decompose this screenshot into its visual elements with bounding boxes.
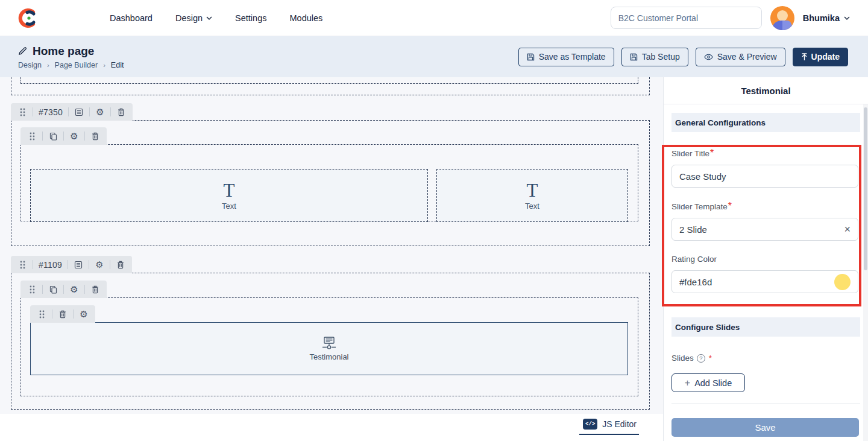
drag-handle-icon[interactable] [27, 132, 37, 141]
general-configurations-header: General Configurations [671, 113, 860, 132]
slider-title-label: Slider Title [671, 149, 709, 158]
required-asterisk: * [710, 148, 714, 158]
configure-slides-header: Configure Slides [671, 317, 860, 337]
nav-modules[interactable]: Modules [289, 13, 322, 23]
clear-icon[interactable]: × [844, 224, 851, 235]
general-configurations-label: General Configurations [675, 118, 766, 127]
add-slide-button[interactable]: + Add Slide [671, 373, 745, 392]
slides-field-label: Slides ? * [671, 354, 860, 363]
top-navbar: Dashboard Design Settings Modules B2C Cu… [0, 0, 868, 36]
code-icon: </> [583, 419, 597, 430]
section-toolbar-1109: #1109 ⚙ [11, 256, 132, 273]
gear-icon[interactable]: ⚙ [95, 107, 105, 117]
partial-section-inner-row [20, 77, 638, 84]
testimonial-icon [321, 337, 337, 350]
save-section-icon[interactable] [74, 260, 83, 270]
breadcrumb-separator: › [103, 62, 105, 69]
configure-slides-label: Configure Slides [675, 323, 740, 332]
upload-icon [801, 53, 808, 61]
save-as-template-button[interactable]: Save as Template [518, 48, 614, 66]
builder-row[interactable]: ⚙ Testimonial [20, 297, 638, 396]
testimonial-widget-label: Testimonial [309, 352, 348, 361]
trash-icon[interactable] [90, 285, 100, 294]
text-widget-icon: T [527, 181, 538, 200]
floppy-icon [630, 53, 638, 61]
sidebar-scrollbar-thumb[interactable] [864, 107, 867, 270]
portal-select-value: B2C Customer Portal [618, 13, 698, 23]
breadcrumb-edit: Edit [111, 61, 124, 69]
save-button[interactable]: Save [671, 418, 859, 437]
gear-icon[interactable]: ⚙ [79, 309, 89, 319]
avatar-body [773, 21, 792, 30]
trash-icon[interactable] [116, 260, 125, 270]
bottom-strip: </> JS Editor [0, 414, 663, 441]
section-1109[interactable]: ⚙ ⚙ [11, 273, 650, 410]
help-icon[interactable]: ? [697, 354, 705, 363]
nav-settings[interactable]: Settings [235, 13, 266, 23]
trash-icon[interactable] [116, 107, 126, 117]
row-toolbar: ⚙ [20, 127, 107, 145]
update-label: Update [811, 52, 840, 62]
pencil-icon[interactable] [18, 46, 27, 56]
text-widget[interactable]: T Text [30, 169, 428, 222]
js-editor-label: JS Editor [602, 419, 637, 429]
eye-icon [704, 54, 713, 60]
drag-handle-icon[interactable] [17, 107, 27, 117]
brand-c-icon [18, 8, 39, 28]
required-asterisk: * [728, 201, 732, 211]
text-widget-label: Text [525, 201, 539, 211]
rating-color-input[interactable]: #fde16d [671, 270, 858, 293]
slides-label-text: Slides [671, 354, 694, 363]
gear-icon[interactable]: ⚙ [95, 260, 104, 270]
save-section-icon[interactable] [74, 107, 84, 117]
text-widget[interactable]: T Text [436, 169, 628, 222]
partial-section-block [11, 77, 650, 95]
topnav-right: B2C Customer Portal Bhumika [611, 6, 868, 30]
breadcrumb-page-builder[interactable]: Page Builder [55, 61, 98, 69]
widget-toolbar: ⚙ [30, 305, 95, 323]
rating-color-swatch[interactable] [834, 274, 851, 290]
chevron-down-icon [844, 16, 850, 20]
copy-icon[interactable] [48, 285, 58, 294]
gear-icon[interactable]: ⚙ [69, 285, 79, 294]
main-nav: Dashboard Design Settings Modules [110, 13, 322, 23]
user-name-label: Bhumika [803, 13, 840, 23]
slider-title-input[interactable]: Case Study [671, 165, 858, 188]
slider-template-select[interactable]: 2 Slide × [671, 218, 858, 241]
required-asterisk: * [709, 354, 712, 363]
drag-handle-icon[interactable] [27, 285, 37, 294]
js-editor-button[interactable]: </> JS Editor [579, 419, 639, 435]
rating-color-label: Rating Color [671, 255, 717, 264]
rating-color-value: #fde16d [679, 277, 712, 287]
general-fields: Slider Title* Case Study Slider Template… [671, 148, 858, 293]
builder-row[interactable]: T Text T Text [20, 144, 638, 221]
nav-dashboard[interactable]: Dashboard [110, 13, 153, 23]
trash-icon[interactable] [58, 309, 68, 319]
user-menu[interactable]: Bhumika [803, 13, 850, 23]
plus-icon: + [685, 378, 690, 389]
breadcrumb-design[interactable]: Design [18, 61, 42, 69]
sidebar-divider [671, 404, 860, 404]
trash-icon[interactable] [90, 132, 100, 141]
testimonial-widget[interactable]: Testimonial [30, 322, 628, 375]
page-header: Home page Design › Page Builder › Edit S… [0, 36, 868, 77]
save-as-template-label: Save as Template [539, 52, 606, 62]
save-preview-button[interactable]: Save & Preview [696, 48, 785, 66]
portal-select[interactable]: B2C Customer Portal [611, 7, 762, 29]
drag-handle-icon[interactable] [37, 309, 46, 319]
tab-setup-button[interactable]: Tab Setup [621, 48, 688, 66]
avatar-head [777, 10, 788, 21]
slider-title-value: Case Study [679, 171, 726, 182]
nav-modules-label: Modules [289, 13, 322, 23]
chevron-down-icon [206, 16, 212, 20]
copy-icon[interactable] [48, 132, 58, 141]
drag-handle-icon[interactable] [17, 260, 27, 270]
user-avatar[interactable] [770, 6, 794, 30]
floppy-icon [527, 53, 535, 61]
update-button[interactable]: Update [793, 48, 848, 66]
brand-logo[interactable] [18, 8, 39, 28]
nav-design[interactable]: Design [175, 13, 212, 23]
gear-icon[interactable]: ⚙ [69, 132, 79, 141]
sidebar-panel-title: Testimonial [664, 86, 868, 104]
section-7350[interactable]: ⚙ T Text T Text [11, 120, 650, 246]
